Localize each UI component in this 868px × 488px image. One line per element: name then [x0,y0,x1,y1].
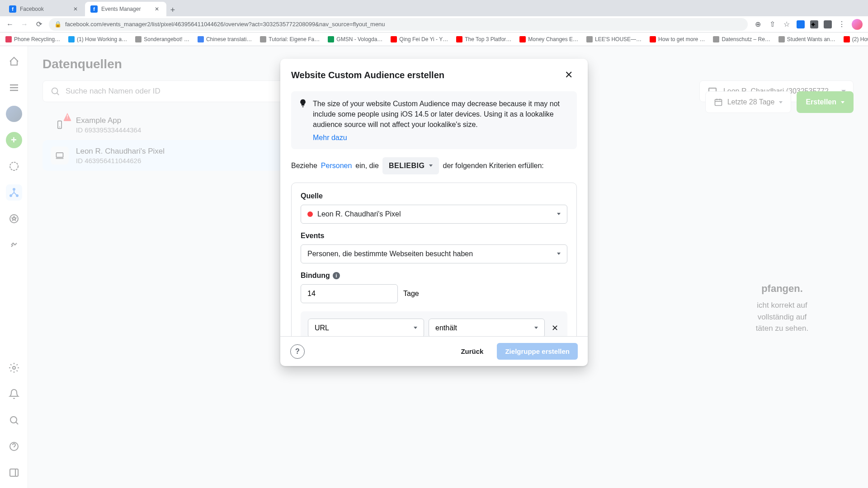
tab-title: Events Manager [101,6,141,12]
bookmark-item[interactable]: How to get more … [650,36,705,42]
bookmark-item[interactable]: Tutorial: Eigene Fa… [260,36,320,42]
retention-input[interactable] [301,284,398,303]
facebook-icon: f [9,5,16,13]
address-bar: ← → ⟳ 🔒 facebook.com/events_manager2/lis… [0,16,868,33]
tab-title: Facebook [20,6,44,12]
facebook-icon: f [90,5,98,13]
modal-title: Website Custom Audience erstellen [291,70,444,80]
chevron-down-icon [414,327,417,329]
remove-filter-button[interactable]: ✕ [549,323,560,333]
bookmark-item[interactable]: Qing Fei De Yi - Y… [391,36,448,42]
url-input[interactable]: 🔒 facebook.com/events_manager2/list/pixe… [49,18,748,31]
reload-button[interactable]: ⟳ [34,20,43,29]
new-tab-button[interactable]: + [166,4,179,16]
back-button[interactable]: Zurück [453,343,491,360]
bookmark-item[interactable]: The Top 3 Platfor… [456,36,511,42]
info-box: The size of your website Custom Audience… [291,91,577,149]
bookmark-item[interactable]: Phone Recycling… [5,36,60,42]
source-select[interactable]: Leon R. Chaudhari's Pixel [301,205,567,224]
browser-tab[interactable]: f Facebook ✕ [4,2,85,16]
criteria-box: Quelle Leon R. Chaudhari's Pixel Events … [291,183,577,336]
filter-operator-select[interactable]: enthält [429,319,545,336]
close-icon[interactable]: ✕ [155,6,161,12]
retention-unit: Tage [403,290,419,298]
bookmarks-bar: Phone Recycling… (1) How Working a… Sond… [0,33,868,46]
chevron-down-icon [557,253,561,255]
bookmark-item[interactable]: (1) How Working a… [68,36,127,42]
browser-tab[interactable]: f Events Manager ✕ [85,2,166,16]
back-button[interactable]: ← [5,20,14,29]
status-dot [307,211,313,217]
browser-tab-bar: f Facebook ✕ f Events Manager ✕ + [0,0,868,16]
bookmark-item[interactable]: GMSN - Vologda… [328,36,382,42]
forward-button[interactable]: → [20,20,29,29]
events-label: Events [301,232,567,240]
create-audience-button[interactable]: Zielgruppe erstellen [497,343,578,360]
lightbulb-icon [298,99,307,108]
info-text: The size of your website Custom Audience… [313,99,570,130]
bookmark-item[interactable]: Sonderangebot! … [135,36,189,42]
bookmark-item[interactable]: LEE'S HOUSE—… [586,36,642,42]
extension-icon[interactable] [797,20,805,28]
filter-field-select[interactable]: URL [308,319,424,336]
source-label: Quelle [301,192,567,200]
star-icon[interactable]: ☆ [782,20,791,29]
menu-icon[interactable]: ⋮ [837,20,846,29]
modal: Website Custom Audience erstellen ✕ The … [280,59,588,366]
info-icon[interactable]: i [333,272,340,279]
match-type-select[interactable]: BELIEBIG [382,157,439,174]
bookmark-item[interactable]: Money Changes E… [519,36,578,42]
url-text: facebook.com/events_manager2/list/pixel/… [65,21,385,28]
bookmark-item[interactable]: Chinese translati… [198,36,252,42]
extension-icon[interactable]: ✦ [810,20,818,28]
bookmark-item[interactable]: Student Wants an… [778,36,835,42]
modal-overlay: Website Custom Audience erstellen ✕ The … [0,46,868,488]
persons-link[interactable]: Personen [321,162,352,170]
retention-label: Bindung i [301,272,567,280]
learn-more-link[interactable]: Mehr dazu [313,134,347,142]
criteria-row: Beziehe Personen ein, die BELIEBIG der f… [291,157,577,174]
lock-icon: 🔒 [54,21,61,28]
chevron-down-icon [534,327,538,329]
filter-box: URL enthält ✕ www.e [301,311,567,336]
extension-icon[interactable] [824,20,832,28]
chevron-down-icon [557,213,561,215]
events-select[interactable]: Personen, die bestimmte Webseiten besuch… [301,244,567,263]
profile-avatar[interactable] [852,19,863,30]
zoom-icon[interactable]: ⊕ [753,20,762,29]
help-button[interactable]: ? [290,344,305,359]
bookmark-item[interactable]: (2) How To Add A… [844,36,868,42]
bookmark-item[interactable]: Datenschutz – Re… [713,36,770,42]
chevron-down-icon [429,164,433,167]
share-icon[interactable]: ⇧ [768,20,777,29]
close-icon[interactable]: ✕ [73,6,80,12]
close-button[interactable]: ✕ [561,67,577,83]
